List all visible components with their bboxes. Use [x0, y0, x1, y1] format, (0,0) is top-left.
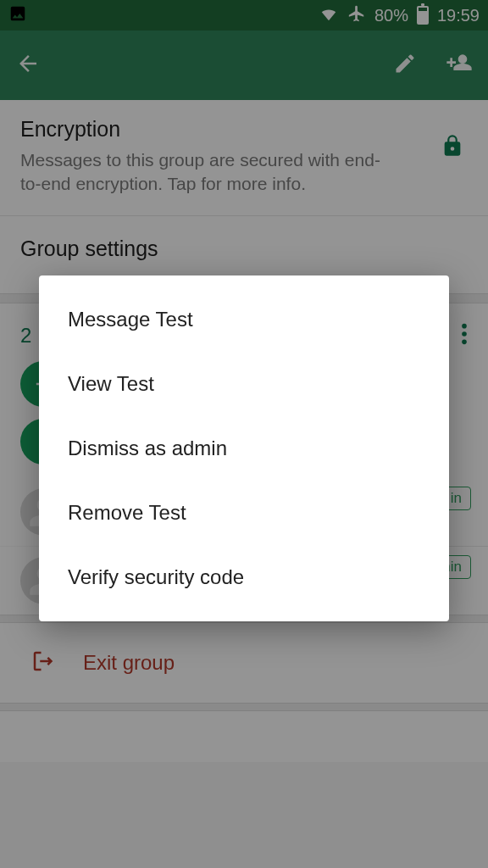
- screen: 80% 19:59 Encryption Messages to this gr…: [0, 0, 488, 868]
- menu-dismiss-admin[interactable]: Dismiss as admin: [39, 416, 449, 481]
- menu-remove[interactable]: Remove Test: [39, 481, 449, 545]
- menu-message[interactable]: Message Test: [39, 287, 449, 352]
- menu-verify-code[interactable]: Verify security code: [39, 545, 449, 609]
- context-menu: Message Test View Test Dismiss as admin …: [39, 275, 449, 621]
- menu-view[interactable]: View Test: [39, 352, 449, 416]
